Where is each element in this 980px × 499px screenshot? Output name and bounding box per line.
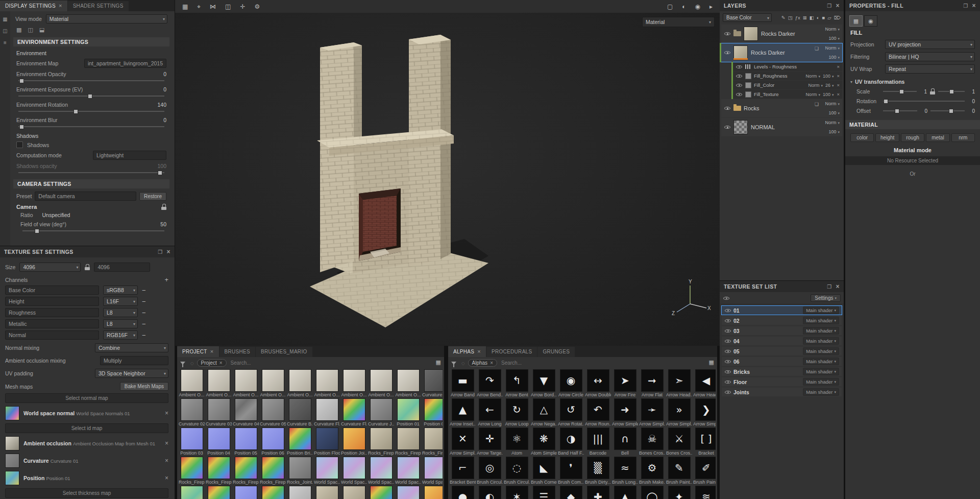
filter-icon[interactable] <box>180 362 185 365</box>
blend-mode-dropdown[interactable]: Norm▾ <box>805 92 820 97</box>
bake-mesh-maps-button[interactable]: Bake Mesh Maps <box>120 382 168 391</box>
shelf-resource[interactable]: ≈ Brush Long... <box>612 457 638 486</box>
channel-name-field[interactable]: Base Color <box>5 286 99 295</box>
environment-section-icon[interactable]: ▦ <box>3 16 7 22</box>
fov-slider[interactable] <box>22 228 164 233</box>
opacity-dropdown[interactable]: 100▾ <box>823 74 834 79</box>
shelf-resource[interactable]: ✕ Arrow Simpl... <box>450 427 476 457</box>
add-icon[interactable]: ✛ <box>240 3 245 10</box>
image-icon[interactable]: ▩ <box>16 27 21 33</box>
panel-tab[interactable]: PROCEDURALS <box>486 347 537 357</box>
shelf-resource[interactable]: ⚙ Brush Make... <box>639 457 665 486</box>
visibility-eye-icon[interactable] <box>724 379 731 385</box>
shelf-resource[interactable]: ● <box>450 486 476 499</box>
channel-format-dropdown[interactable]: L8 <box>103 319 138 328</box>
shelf-resource[interactable]: ◯ <box>639 486 665 499</box>
shelf-resource[interactable]: ⚔ Bones Cros... <box>666 427 692 457</box>
channel-metal-button[interactable]: metal <box>926 133 949 142</box>
shelf-resource[interactable]: Curvature 01 <box>422 369 443 398</box>
texture-set-row[interactable]: 06 Main shader▾ <box>722 357 842 366</box>
shelf-resource[interactable]: ⌐ Bracket Bent <box>450 457 476 486</box>
remove-channel-icon[interactable] <box>142 309 146 317</box>
shelf-resource[interactable]: Ambient O... <box>260 369 286 398</box>
visibility-eye-icon[interactable] <box>724 348 731 354</box>
layer-row[interactable]: Rocks ❏ Norm▾ 100▾ <box>721 99 842 117</box>
visibility-eye-icon[interactable] <box>724 328 731 334</box>
slider-handle[interactable] <box>74 109 78 114</box>
add-group-icon[interactable]: ⊞ <box>803 15 807 20</box>
shelf-resource[interactable]: Rocks_Firep... <box>206 457 232 486</box>
shelf-resource[interactable]: ✎ Brush Paint... <box>666 457 692 486</box>
shelf-resource[interactable]: ✛ Arrow Targe... <box>477 427 503 457</box>
shelf-resource[interactable] <box>206 486 232 499</box>
close-icon[interactable] <box>836 2 840 9</box>
texture-set-row[interactable]: Floor Main shader▾ <box>722 377 842 386</box>
shelf-resource[interactable]: ↶ Arrow Roun... <box>585 398 611 427</box>
shelf-resource[interactable] <box>422 486 443 499</box>
close-icon[interactable]: × <box>165 440 168 447</box>
grid-display-icon[interactable] <box>709 359 714 366</box>
close-icon[interactable] <box>972 2 976 9</box>
channel-color-button[interactable]: color <box>850 133 874 142</box>
add-paint-layer-icon[interactable]: ✎ <box>781 15 786 20</box>
close-icon[interactable]: × <box>165 410 168 417</box>
shelf-resource[interactable]: Ambient O... <box>395 369 421 398</box>
shelf-resource[interactable]: ≋ <box>693 486 716 499</box>
channel-nrm-button[interactable]: nrm <box>951 133 975 142</box>
channel-format-dropdown[interactable]: L8 <box>103 308 138 317</box>
shelf-resource[interactable]: Curvature 02 <box>179 398 205 427</box>
shelf-resource[interactable] <box>287 486 313 499</box>
3d-model-fireplace[interactable] <box>309 32 493 328</box>
capture-icon[interactable]: ▸ <box>709 3 713 10</box>
slider[interactable] <box>18 93 164 99</box>
material-sphere-icon[interactable]: ◐ <box>682 3 685 10</box>
viewport-display-icon[interactable]: ▢ <box>667 3 673 10</box>
close-icon[interactable]: × <box>837 73 840 79</box>
shelf-resource[interactable]: World Spac... <box>314 457 340 486</box>
shelf-resource[interactable]: Rocks_Firep... <box>422 427 443 457</box>
visibility-eye-icon[interactable] <box>724 338 731 344</box>
visibility-eye-icon[interactable] <box>724 105 731 111</box>
slider-handle[interactable] <box>158 171 162 175</box>
projection-mode-icon[interactable]: ◫ <box>225 3 231 10</box>
shelf-resource[interactable]: ☰ <box>531 486 557 499</box>
blend-mode-dropdown[interactable]: Norm▾ <box>805 74 820 79</box>
close-icon[interactable]: × <box>165 457 168 464</box>
shelf-resource[interactable]: Position 06 <box>260 427 286 457</box>
blend-mode-dropdown[interactable]: Norm▾ <box>825 45 840 51</box>
mesh-map-entry[interactable]: Ambient occlusion Ambient Occlusion Map … <box>5 436 168 450</box>
add-smart-material-icon[interactable]: ■ <box>822 15 825 20</box>
shelf-resource[interactable]: ➜ Arrow Simple <box>612 398 638 427</box>
float-panel-icon[interactable] <box>963 3 968 9</box>
visibility-eye-icon[interactable] <box>724 124 731 130</box>
panel-tab[interactable]: SHADER SETTINGS <box>68 1 129 11</box>
close-icon[interactable] <box>836 283 840 290</box>
filter-chip[interactable]: Project <box>197 359 227 367</box>
channel-rough-button[interactable]: rough <box>901 133 924 142</box>
shelf-resource[interactable]: Position 04 <box>206 427 232 457</box>
channel-format-dropdown[interactable]: RGB16F <box>103 330 138 340</box>
scale-lock-icon[interactable] <box>930 88 935 94</box>
float-panel-icon[interactable] <box>827 3 831 9</box>
layer-row[interactable]: NORMAL ❏ Norm▾ 100▾ <box>721 118 842 136</box>
shelf-resource[interactable]: ▒ Brush Dirty... <box>585 457 611 486</box>
channel-name-field[interactable]: Metallic <box>5 319 99 328</box>
shelf-resource[interactable]: ➤ Arrow Fire <box>612 369 638 398</box>
ao-mixing-field[interactable]: Multiply <box>100 356 168 365</box>
channel-format-dropdown[interactable]: sRGB8 <box>103 286 138 295</box>
shelf-resource[interactable]: Ambient O... <box>314 369 340 398</box>
shelf-resource[interactable]: ❋ Atom Simple <box>531 427 557 457</box>
shelf-resource[interactable] <box>233 486 259 499</box>
shelf-resource[interactable]: ◀ Arrow Head... <box>693 369 716 398</box>
viewport-material-dropdown[interactable]: Material <box>642 17 715 27</box>
shelf-resource[interactable]: △ Arrow Nega... <box>531 398 557 427</box>
shelf-resource[interactable]: Rocks_Firep... <box>233 457 259 486</box>
shelf-resource[interactable]: ➛ Arrow Simpl... <box>639 398 665 427</box>
shadows-opacity-slider[interactable] <box>18 170 164 175</box>
opacity-dropdown[interactable]: 100▾ <box>823 92 834 97</box>
material-properties-tab[interactable]: ◉ <box>864 15 877 27</box>
texture-set-row[interactable]: Bricks Main shader▾ <box>722 367 842 376</box>
mesh-map-entry[interactable]: World space normal World Space Normals 0… <box>5 406 168 420</box>
filter-icon[interactable] <box>451 362 456 365</box>
shelf-resource[interactable]: World Spac... <box>395 457 421 486</box>
